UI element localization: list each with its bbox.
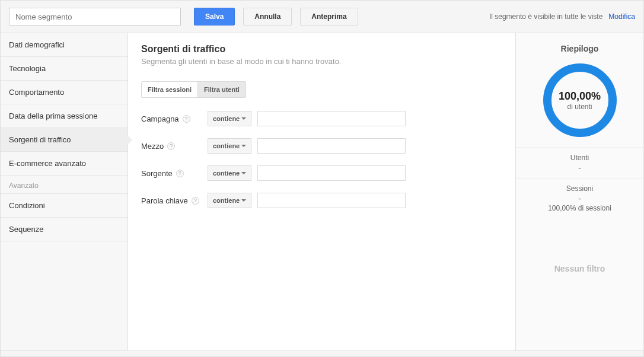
modify-link[interactable]: Modifica bbox=[608, 12, 635, 21]
save-button[interactable]: Salva bbox=[194, 8, 235, 26]
help-icon[interactable]: ? bbox=[192, 197, 199, 205]
stat-users-label: Utenti bbox=[516, 154, 643, 162]
no-filter-label: Nessun filtro bbox=[554, 264, 605, 273]
operator-value: contiene bbox=[213, 197, 240, 204]
topbar-right: Il segmento è visibile in tutte le viste… bbox=[489, 12, 635, 21]
sidebar-item-label: E-commerce avanzato bbox=[9, 159, 86, 168]
summary-title: Riepilogo bbox=[561, 44, 599, 53]
operator-value: contiene bbox=[213, 142, 240, 149]
sidebar-item-label: Comportamento bbox=[9, 88, 64, 97]
field-label: Parola chiave ? bbox=[141, 196, 208, 205]
operator-value: contiene bbox=[213, 115, 240, 122]
summary-stat-sessions: Sessioni - 100,00% di sessioni bbox=[516, 178, 643, 218]
chevron-down-icon bbox=[241, 199, 246, 202]
sidebar-item-label: Condizioni bbox=[9, 201, 45, 210]
page-subtitle: Segmenta gli utenti in base al modo in c… bbox=[141, 57, 502, 66]
help-icon[interactable]: ? bbox=[183, 115, 190, 123]
stat-users-value: - bbox=[516, 163, 643, 172]
field-row-keyword: Parola chiave ? contiene bbox=[141, 193, 502, 208]
source-input[interactable] bbox=[257, 165, 406, 181]
segment-name-input[interactable] bbox=[9, 8, 181, 26]
sidebar-item-technology[interactable]: Tecnologia bbox=[1, 57, 127, 81]
preview-button[interactable]: Anteprima bbox=[300, 8, 358, 26]
tab-filter-sessions[interactable]: Filtra sessioni bbox=[142, 82, 198, 97]
topbar-buttons: Salva Annulla Anteprima bbox=[194, 8, 358, 26]
sidebar: Dati demografici Tecnologia Comportament… bbox=[1, 33, 128, 350]
field-label-text: Sorgente bbox=[141, 169, 173, 178]
field-label-text: Parola chiave bbox=[141, 196, 188, 205]
sidebar-item-conditions[interactable]: Condizioni bbox=[1, 194, 127, 218]
sidebar-item-sequences[interactable]: Sequenze bbox=[1, 218, 127, 241]
field-label: Campagna ? bbox=[141, 114, 208, 123]
main-panel: Sorgenti di traffico Segmenta gli utenti… bbox=[128, 33, 516, 350]
field-row-medium: Mezzo ? contiene bbox=[141, 138, 502, 154]
stat-sessions-value: - bbox=[516, 194, 643, 203]
field-label: Sorgente ? bbox=[141, 169, 208, 178]
sidebar-item-behavior[interactable]: Comportamento bbox=[1, 81, 127, 104]
cancel-button[interactable]: Annulla bbox=[243, 8, 292, 26]
sidebar-item-label: Tecnologia bbox=[9, 64, 46, 73]
sidebar-group-advanced: Avanzato bbox=[1, 176, 127, 194]
footer-strip bbox=[1, 350, 643, 356]
operator-select[interactable]: contiene bbox=[208, 165, 251, 181]
sidebar-item-ecommerce[interactable]: E-commerce avanzato bbox=[1, 152, 127, 176]
chevron-down-icon bbox=[241, 117, 246, 120]
sidebar-item-label: Dati demografici bbox=[9, 40, 65, 49]
keyword-input[interactable] bbox=[257, 193, 406, 208]
field-row-source: Sorgente ? contiene bbox=[141, 165, 502, 181]
page-title: Sorgenti di traffico bbox=[141, 44, 502, 55]
operator-value: contiene bbox=[213, 170, 240, 177]
summary-donut: 100,00% di utenti bbox=[541, 62, 619, 139]
summary-stat-users: Utenti - bbox=[516, 147, 643, 178]
sidebar-item-traffic-sources[interactable]: Sorgenti di traffico bbox=[1, 128, 127, 152]
campaign-input[interactable] bbox=[257, 111, 406, 126]
help-icon[interactable]: ? bbox=[167, 142, 175, 150]
sidebar-item-label: Data della prima sessione bbox=[9, 111, 98, 120]
filter-tabs: Filtra sessioni Filtra utenti bbox=[141, 81, 246, 98]
donut-label: di utenti bbox=[567, 103, 592, 111]
chevron-down-icon bbox=[241, 172, 246, 174]
field-row-campaign: Campagna ? contiene bbox=[141, 111, 502, 126]
tab-filter-users[interactable]: Filtra utenti bbox=[198, 82, 246, 97]
stat-sessions-sub: 100,00% di sessioni bbox=[516, 204, 643, 212]
operator-select[interactable]: contiene bbox=[208, 111, 251, 126]
field-label: Mezzo ? bbox=[141, 142, 208, 151]
sidebar-item-first-session[interactable]: Data della prima sessione bbox=[1, 104, 127, 128]
summary-panel: Riepilogo 100,00% di utenti Utenti - Ses… bbox=[516, 33, 643, 350]
chevron-down-icon bbox=[241, 145, 246, 147]
medium-input[interactable] bbox=[257, 138, 406, 154]
operator-select[interactable]: contiene bbox=[208, 193, 251, 208]
field-label-text: Mezzo bbox=[141, 142, 164, 151]
donut-percent: 100,00% bbox=[559, 90, 601, 103]
visibility-text: Il segmento è visibile in tutte le viste bbox=[489, 12, 602, 21]
help-icon[interactable]: ? bbox=[176, 170, 184, 177]
stat-sessions-label: Sessioni bbox=[516, 184, 643, 193]
topbar: Salva Annulla Anteprima Il segmento è vi… bbox=[1, 1, 643, 33]
sidebar-item-demographics[interactable]: Dati demografici bbox=[1, 33, 127, 57]
sidebar-item-label: Sequenze bbox=[9, 225, 44, 234]
operator-select[interactable]: contiene bbox=[208, 138, 251, 154]
sidebar-item-label: Sorgenti di traffico bbox=[9, 135, 71, 144]
field-label-text: Campagna bbox=[141, 114, 179, 123]
